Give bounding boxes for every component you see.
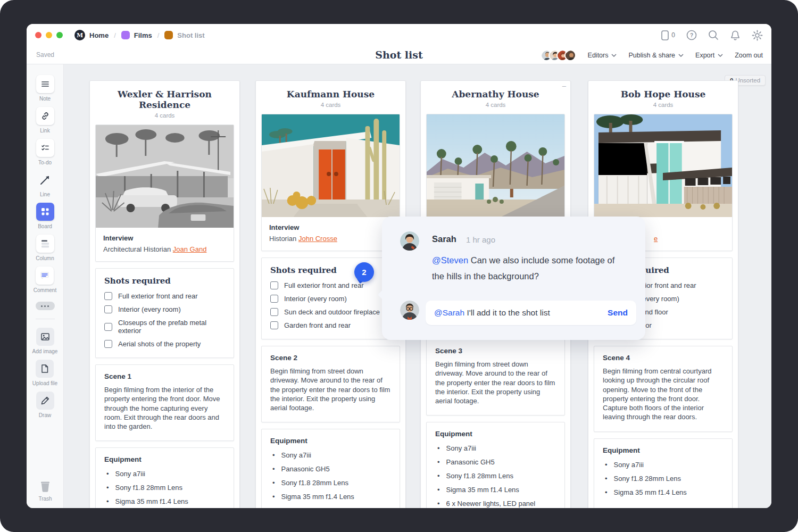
tool-upload-file[interactable]: Upload file (32, 360, 57, 386)
maximize-window-button[interactable] (56, 32, 63, 38)
equipment-item: Sony a7iii (614, 461, 644, 469)
phone-icon (661, 30, 669, 40)
search-button[interactable] (708, 30, 719, 40)
equipment-card-kaufmann[interactable]: Equipment •Sony a7iii •Panasonic GH5 •So… (261, 429, 400, 508)
todo-label: Closeups of the prefab metal exterior (118, 319, 225, 335)
unsorted-label: Unsorted (735, 77, 760, 84)
films-board-icon (121, 31, 130, 39)
shots-card-wexler[interactable]: Shots required Full exterior front and r… (95, 268, 234, 358)
todo-label: Interior (every room) (284, 295, 347, 303)
equipment-item: Sony f1.8 28mm Lens (281, 479, 348, 487)
equipment-card-wexler[interactable]: Equipment •Sony a7iii •Sony f1.8 28mm Le… (95, 447, 234, 508)
collapse-column-button[interactable]: – (562, 82, 566, 90)
column-icon (36, 235, 54, 253)
scene-card-3[interactable]: Scene 3 Begin filming from street down d… (426, 339, 565, 415)
breadcrumb-films[interactable]: Films (134, 31, 152, 39)
equipment-heading: Equipment (603, 446, 724, 454)
draw-icon (36, 392, 54, 410)
chevron-down-icon (678, 54, 684, 57)
checkbox[interactable] (270, 321, 278, 329)
publish-share-label: Publish & share (628, 52, 675, 59)
comment-count-badge: 2 (354, 262, 374, 282)
column-title[interactable]: Kaufmann House (261, 89, 400, 99)
column-title[interactable]: Abernathy House (426, 89, 565, 99)
checkbox[interactable] (104, 323, 112, 331)
bob-hope-house-photo (594, 114, 732, 217)
kaufmann-house-photo (262, 114, 400, 217)
interview-heading: Interview (269, 223, 392, 231)
tool-board[interactable]: Board (36, 203, 54, 229)
tool-label: To-do (38, 160, 52, 165)
close-window-button[interactable] (35, 32, 41, 38)
interview-text: Architectural Historian (103, 245, 173, 253)
checkbox[interactable] (270, 281, 278, 289)
comment-reply-input[interactable]: @Sarah I'll add it to the shot list Send (426, 301, 636, 325)
column-title[interactable]: Wexler & Harrison Residence (95, 89, 234, 110)
shots-card-kaufmann[interactable]: Shots required Full exterior front and r… (261, 257, 400, 339)
interview-link[interactable]: John Crosse (298, 235, 337, 243)
avatar (564, 49, 576, 61)
checkbox[interactable] (270, 308, 278, 316)
tool-column[interactable]: Column (36, 235, 54, 261)
scene-card-4[interactable]: Scene 4 Begin filming from central court… (594, 346, 733, 432)
send-button[interactable]: Send (608, 308, 628, 318)
notifications-button[interactable] (730, 30, 741, 40)
tool-draw[interactable]: Draw (36, 392, 54, 418)
scene-card-2[interactable]: Scene 2 Begin filming from street down d… (261, 346, 400, 422)
comment-popup: Sarah 1 hr ago @Steven Can we also inclu… (382, 217, 645, 340)
tool-link[interactable]: Link (36, 107, 54, 134)
equipment-card-abernathy[interactable]: Equipment •Sony a7iii •Panasonic GH5 •So… (426, 422, 565, 508)
mention-steven[interactable]: @Steven (432, 255, 468, 265)
tool-label: Upload file (32, 380, 57, 386)
help-button[interactable]: ? (686, 30, 697, 40)
image-card-kaufmann[interactable]: Interview Historian John Crosse (261, 114, 400, 251)
checkbox[interactable] (104, 305, 112, 313)
equipment-item: Panasonic GH5 (281, 465, 330, 473)
chevron-down-icon (611, 54, 617, 57)
tool-add-image[interactable]: Add image (32, 328, 58, 354)
minimize-window-button[interactable] (46, 32, 52, 38)
scene-heading: Scene 3 (435, 347, 556, 355)
more-tools-button[interactable] (36, 302, 55, 310)
equipment-card-bob-hope[interactable]: Equipment •Sony a7iii •Sony f1.8 28mm Le… (594, 438, 733, 508)
checkbox[interactable] (104, 292, 112, 300)
export-menu[interactable]: Export (695, 52, 723, 59)
equipment-item: Sigma 35 mm f1.4 Lens (115, 497, 188, 505)
column-title[interactable]: Bob Hope House (594, 89, 733, 99)
editors-avatar-stack[interactable] (541, 49, 576, 61)
checkbox[interactable] (270, 295, 278, 303)
tool-comment[interactable]: Comment (34, 267, 56, 293)
todo-label: Sun deck and outdoor fireplace (284, 308, 380, 316)
wexler-house-photo (96, 125, 234, 228)
interview-link[interactable]: Joan Gand (173, 245, 207, 253)
zoom-out-button[interactable]: Zoom out (735, 52, 763, 59)
svg-text:?: ? (690, 32, 693, 38)
tool-note[interactable]: Note (36, 75, 54, 102)
column-wexler-harrison[interactable]: Wexler & Harrison Residence 4 cards (89, 80, 240, 508)
gear-icon (752, 30, 763, 41)
column-card-count: 4 cards (426, 102, 565, 108)
comment-pin[interactable]: 2 (354, 262, 374, 282)
tool-sidebar: Note Link To-do Line Board (27, 64, 64, 508)
todo-label: Full exterior front and rear (284, 281, 364, 289)
scene-text: Begin filming from street down driveway.… (435, 360, 556, 405)
tool-label: Column (36, 255, 54, 261)
scene-card-1[interactable]: Scene 1 Begin filming from the interior … (95, 364, 234, 441)
settings-button[interactable] (752, 30, 763, 41)
mention-sarah[interactable]: @Sarah (434, 308, 464, 317)
mobile-device-button[interactable]: 0 (661, 30, 675, 40)
device-count: 0 (671, 31, 675, 39)
comment-icon (36, 267, 54, 285)
tool-todo[interactable]: To-do (36, 139, 54, 165)
image-card-wexler[interactable]: Interview Architectural Historian Joan G… (95, 124, 234, 262)
editors-menu[interactable]: Editors (588, 52, 617, 59)
trash-dropzone[interactable]: Trash (27, 479, 64, 502)
interview-link-fragment[interactable]: e (654, 235, 658, 243)
breadcrumb-home[interactable]: Home (89, 31, 109, 39)
publish-share-menu[interactable]: Publish & share (628, 52, 684, 59)
equipment-item: Sony f1.8 28mm Lens (115, 484, 182, 492)
trash-icon (38, 479, 52, 493)
checkbox[interactable] (104, 340, 112, 348)
tool-line[interactable]: Line (36, 171, 54, 197)
shotlist-board-icon (164, 31, 173, 39)
